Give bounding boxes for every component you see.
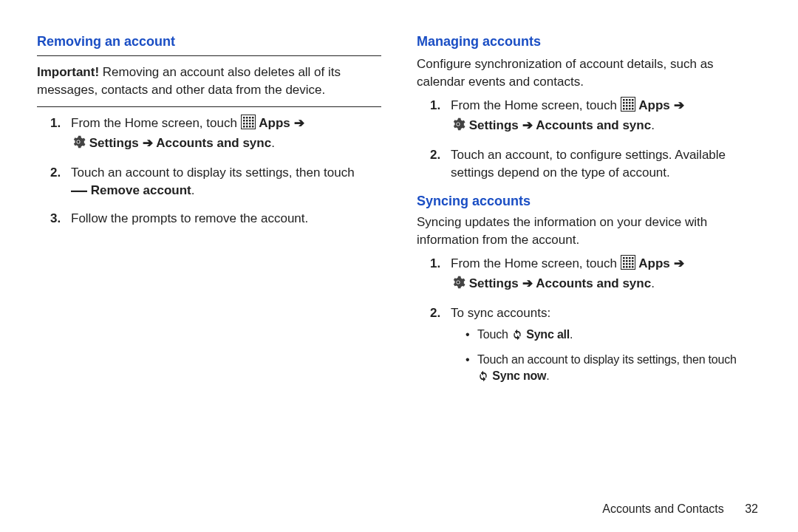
svg-rect-27: [632, 102, 634, 104]
step-text: Follow the prompts to remove the account…: [71, 211, 308, 225]
svg-rect-31: [632, 105, 634, 107]
svg-rect-42: [632, 257, 634, 259]
right-column: Managing accounts Configure synchronizat…: [417, 33, 761, 397]
step-1: 1. From the Home screen, touch: [50, 115, 381, 154]
two-column-layout: Removing an account Important! Removing …: [37, 33, 761, 397]
svg-point-18: [77, 140, 79, 143]
intro-text: Configure synchronization of account det…: [417, 55, 761, 91]
svg-rect-1: [243, 117, 245, 119]
svg-rect-53: [629, 266, 631, 268]
heading-removing-account: Removing an account: [37, 33, 381, 51]
svg-rect-45: [629, 260, 631, 262]
settings-gear-icon: [451, 275, 466, 295]
svg-rect-26: [629, 102, 631, 104]
svg-rect-22: [629, 99, 631, 101]
step-2: 2. Touch an account to display its setti…: [50, 164, 381, 200]
page-number: 32: [745, 502, 758, 516]
step-3: 3. Follow the prompts to remove the acco…: [50, 210, 381, 228]
svg-rect-13: [243, 126, 245, 128]
step-2: 2. To sync accounts: Touch Sync all. Tou…: [430, 304, 761, 386]
page-footer: Accounts and Contacts 32: [602, 502, 758, 516]
svg-rect-28: [623, 105, 625, 107]
apps-label: Apps: [638, 98, 670, 112]
accounts-sync-label: Accounts and sync: [536, 276, 651, 290]
sync-now-label: Sync now: [492, 369, 546, 382]
svg-rect-29: [626, 105, 628, 107]
settings-gear-icon: [451, 117, 466, 137]
accounts-sync-label: Accounts and sync: [536, 118, 651, 132]
svg-rect-33: [626, 108, 628, 110]
svg-rect-43: [623, 260, 625, 262]
bullet-text: Touch an account to display its settings…: [477, 353, 737, 366]
apps-label: Apps: [259, 116, 290, 130]
svg-rect-14: [246, 126, 248, 128]
svg-rect-21: [626, 99, 628, 101]
step-1: 1. From the Home screen, touch: [430, 255, 761, 295]
steps-syncing: 1. From the Home screen, touch: [417, 255, 761, 387]
step-text: To sync accounts:: [451, 306, 550, 320]
svg-rect-8: [252, 120, 254, 122]
intro-text: Syncing updates the information on your …: [417, 214, 761, 249]
arrow-icon: ➔: [143, 136, 153, 150]
svg-rect-52: [626, 266, 628, 268]
svg-rect-11: [249, 123, 251, 125]
step-2: 2. Touch an account, to configure settin…: [430, 146, 761, 182]
arrow-icon: ➔: [674, 98, 684, 112]
sync-icon: [511, 329, 523, 345]
svg-rect-12: [252, 123, 254, 125]
settings-label: Settings: [89, 136, 139, 150]
svg-rect-54: [632, 266, 634, 268]
left-column: Removing an account Important! Removing …: [37, 33, 381, 397]
svg-rect-23: [632, 99, 634, 101]
svg-rect-9: [243, 123, 245, 125]
accounts-sync-label: Accounts and sync: [156, 136, 271, 150]
svg-point-37: [457, 123, 459, 125]
svg-rect-32: [623, 108, 625, 110]
svg-rect-15: [249, 126, 251, 128]
step-text: Touch an account, to configure settings.…: [451, 148, 726, 180]
svg-rect-40: [626, 257, 628, 259]
arrow-icon: ➔: [522, 118, 533, 132]
steps-managing: 1. From the Home screen, touch: [417, 97, 761, 182]
svg-rect-24: [623, 102, 625, 104]
sync-icon: [477, 370, 489, 386]
svg-rect-16: [252, 126, 254, 128]
svg-rect-2: [246, 117, 248, 119]
important-label: Important!: [37, 65, 99, 79]
apps-label: Apps: [638, 256, 670, 270]
svg-rect-7: [249, 120, 251, 122]
svg-rect-35: [632, 108, 634, 110]
remove-account-label: Remove account: [91, 183, 191, 197]
svg-rect-48: [626, 263, 628, 265]
svg-rect-41: [629, 257, 631, 259]
svg-rect-51: [623, 266, 625, 268]
heading-syncing-accounts: Syncing accounts: [417, 192, 761, 211]
arrow-icon: ➔: [294, 116, 304, 130]
footer-section: Accounts and Contacts: [602, 502, 724, 515]
important-note: Important! Removing an account also dele…: [37, 64, 381, 99]
svg-rect-30: [629, 105, 631, 107]
svg-rect-4: [252, 117, 254, 119]
step-text: From the Home screen, touch: [451, 98, 621, 112]
bullet-sync-all: Touch Sync all.: [466, 327, 761, 345]
apps-grid-icon: [621, 255, 635, 275]
step-1: 1. From the Home screen, touch: [430, 97, 761, 137]
settings-label: Settings: [469, 276, 519, 290]
svg-rect-39: [623, 257, 625, 259]
arrow-icon: ➔: [522, 276, 533, 290]
step-text: Touch an account to display its settings…: [71, 166, 355, 180]
svg-rect-3: [249, 117, 251, 119]
divider: [37, 55, 381, 56]
svg-rect-10: [246, 123, 248, 125]
step-text: From the Home screen, touch: [71, 116, 241, 130]
sync-options: Touch Sync all. Touch an account to disp…: [451, 327, 761, 386]
settings-label: Settings: [469, 118, 519, 132]
settings-gear-icon: [71, 134, 86, 154]
bullet-sync-now: Touch an account to display its settings…: [466, 352, 761, 387]
svg-rect-46: [632, 260, 634, 262]
manual-page: Removing an account Important! Removing …: [0, 0, 798, 532]
svg-rect-20: [623, 99, 625, 101]
svg-rect-47: [623, 263, 625, 265]
steps-removing: 1. From the Home screen, touch: [37, 115, 381, 228]
divider: [37, 106, 381, 107]
